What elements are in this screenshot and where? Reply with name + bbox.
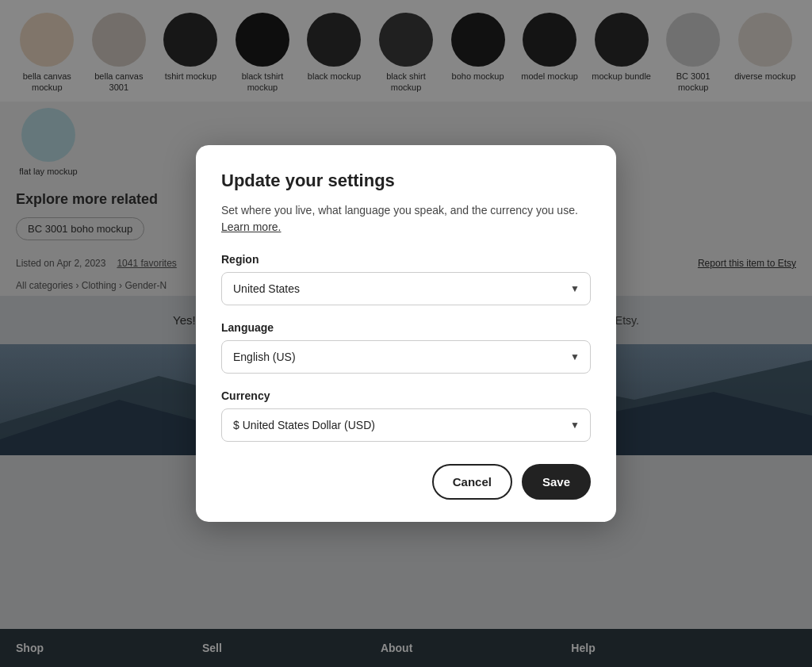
currency-field-group: Currency $ United States Dollar (USD) £ … xyxy=(221,389,591,442)
currency-label: Currency xyxy=(221,389,591,402)
language-field-group: Language English (US) English (UK) Deuts… xyxy=(221,321,591,374)
modal-footer: Cancel Save xyxy=(221,464,591,500)
currency-select-wrapper: $ United States Dollar (USD) £ British P… xyxy=(221,408,591,442)
learn-more-link[interactable]: Learn more. xyxy=(221,220,281,233)
region-label: Region xyxy=(221,253,591,266)
modal-overlay: Update your settings Set where you live,… xyxy=(0,0,812,667)
region-field-group: Region United States United Kingdom Cana… xyxy=(221,253,591,305)
save-button[interactable]: Save xyxy=(522,464,591,500)
language-select[interactable]: English (US) English (UK) Deutsch França… xyxy=(221,340,591,374)
language-select-wrapper: English (US) English (UK) Deutsch França… xyxy=(221,340,591,374)
region-select[interactable]: United States United Kingdom Canada Aust… xyxy=(221,272,591,305)
currency-select[interactable]: $ United States Dollar (USD) £ British P… xyxy=(221,408,591,442)
cancel-button[interactable]: Cancel xyxy=(432,464,512,500)
modal-title: Update your settings xyxy=(221,171,591,191)
language-label: Language xyxy=(221,321,591,334)
settings-modal: Update your settings Set where you live,… xyxy=(196,145,616,522)
region-select-wrapper: United States United Kingdom Canada Aust… xyxy=(221,272,591,305)
modal-description: Set where you live, what language you sp… xyxy=(221,202,591,236)
modal-desc-text: Set where you live, what language you sp… xyxy=(221,204,578,217)
